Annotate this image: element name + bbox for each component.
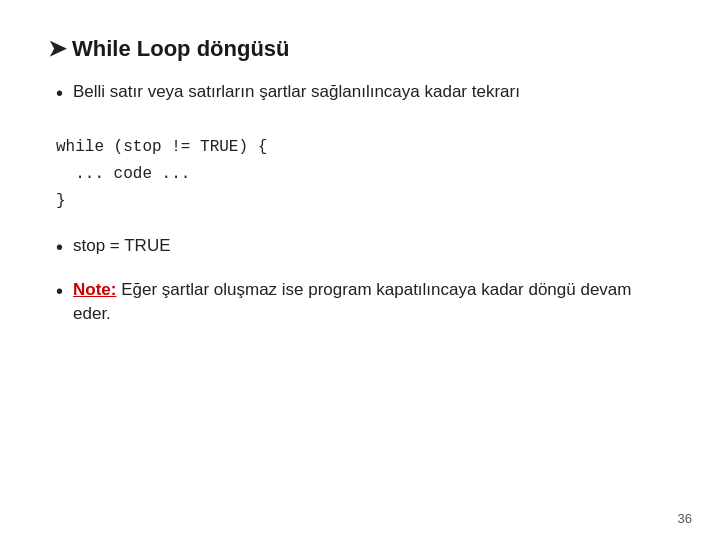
code-line-1: while (stop != TRUE) { (56, 134, 672, 161)
slide-heading: ➤ While Loop döngüsü (48, 36, 672, 62)
slide-container: ➤ While Loop döngüsü • Belli satır veya … (0, 0, 720, 540)
bullet-dot-1: • (56, 80, 63, 106)
heading-title: While Loop döngüsü (72, 36, 290, 62)
slide-number: 36 (678, 511, 692, 526)
note-label: Note: (73, 280, 116, 299)
bullet-text-2: stop = TRUE (73, 234, 170, 258)
code-block: while (stop != TRUE) { ... code ... } (56, 134, 672, 216)
note-body: Eğer şartlar oluşmaz ise program kapatıl… (73, 280, 631, 324)
bullet-item-2: • stop = TRUE (48, 234, 672, 260)
note-dot: • (56, 278, 63, 304)
note-bullet: • Note: Eğer şartlar oluşmaz ise program… (48, 278, 672, 327)
code-line-2: ... code ... (56, 161, 672, 188)
bullet-item-1: • Belli satır veya satırların şartlar sa… (48, 80, 672, 106)
note-text: Note: Eğer şartlar oluşmaz ise program k… (73, 278, 672, 327)
bullet-text-1: Belli satır veya satırların şartlar sağl… (73, 80, 520, 104)
bullet-dot-2: • (56, 234, 63, 260)
code-line-3: } (56, 188, 672, 215)
heading-arrow: ➤ (48, 36, 66, 62)
